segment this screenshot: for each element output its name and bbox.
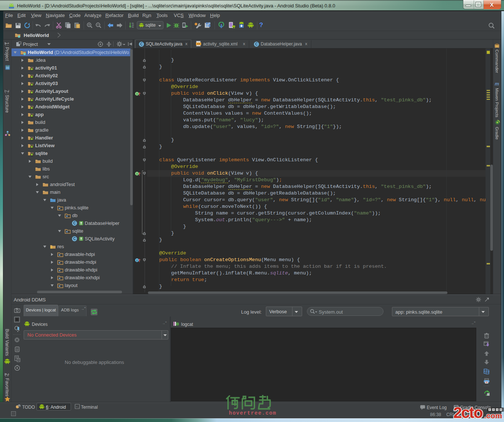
svg-text:I: I: [136, 259, 138, 262]
svg-text:C: C: [255, 42, 258, 46]
svg-text:C: C: [73, 237, 76, 241]
svg-text:I: I: [136, 92, 138, 96]
svg-text:>_: >_: [76, 405, 80, 408]
svg-text:I: I: [136, 172, 138, 176]
svg-text:01: 01: [132, 26, 134, 28]
svg-text:C: C: [140, 42, 143, 46]
svg-text:<>: <>: [197, 43, 200, 45]
svg-text:C: C: [73, 221, 76, 225]
